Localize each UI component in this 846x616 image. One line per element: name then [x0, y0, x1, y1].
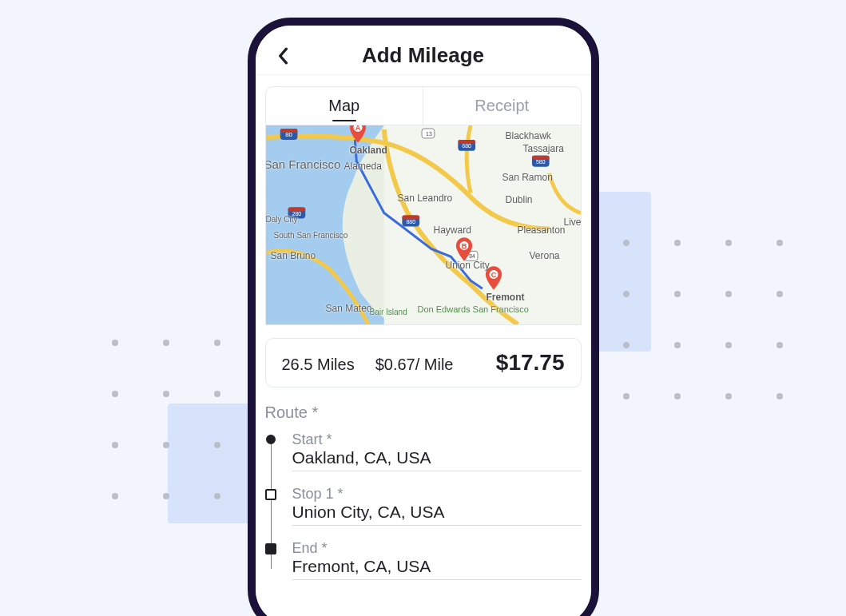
svg-text:C: C: [491, 271, 496, 279]
svg-text:880: 880: [406, 218, 415, 224]
mileage-summary-card: 26.5 Miles $0.67/ Mile $17.75: [265, 338, 582, 387]
svg-text:B: B: [461, 242, 467, 250]
route-stop1-label: Stop 1 *: [292, 486, 582, 503]
map-label-unioncity: Union City: [446, 260, 490, 271]
screen: Add Mileage Map Receipt: [256, 26, 591, 616]
map-label-bair: Bair Island: [370, 308, 407, 316]
back-button[interactable]: [272, 45, 294, 67]
map-label-livermore: Livermore: [564, 217, 582, 228]
route-section-label: Route *: [265, 403, 582, 422]
map-label-pleasanton: Pleasanton: [518, 225, 566, 236]
map-label-sanbruno: San Bruno: [271, 250, 316, 261]
summary-rate: $0.67/ Mile: [375, 356, 454, 374]
svg-text:580: 580: [536, 159, 546, 165]
route-start-input[interactable]: Oakland, CA, USA: [292, 448, 582, 471]
view-tabs: Map Receipt: [265, 86, 582, 125]
map-label-oakland: Oakland: [350, 145, 387, 156]
map-label-fremont: Fremont: [487, 292, 525, 303]
map-label-donedwards: Don Edwards San Francisco: [418, 304, 514, 314]
route-stop1-input[interactable]: Union City, CA, USA: [292, 503, 582, 526]
chevron-left-icon: [277, 47, 288, 65]
svg-text:A: A: [355, 125, 360, 132]
page-title: Add Mileage: [362, 43, 484, 68]
map-pin-c[interactable]: C: [485, 266, 502, 290]
header: Add Mileage: [256, 37, 591, 75]
route-start-label: Start *: [292, 431, 582, 448]
route-end-input[interactable]: Fremont, CA, USA: [292, 557, 582, 580]
route-marker-end-icon: [265, 543, 276, 554]
map-label-dublin: Dublin: [506, 194, 533, 205]
route-end: End * Fremont, CA, USA: [292, 540, 582, 580]
route-start: Start * Oakland, CA, USA: [292, 431, 582, 471]
map-pin-a[interactable]: A: [349, 125, 367, 143]
route-list: Start * Oakland, CA, USA Stop 1 * Union …: [265, 431, 582, 594]
map-view[interactable]: 80 680 580 880 84 13 280 San Francisco O…: [265, 125, 582, 325]
tab-receipt[interactable]: Receipt: [423, 87, 581, 125]
route-stop-1: Stop 1 * Union City, CA, USA: [292, 486, 582, 526]
map-pin-b[interactable]: B: [455, 237, 473, 261]
map-label-sanramon: San Ramon: [502, 172, 553, 183]
svg-text:680: 680: [462, 143, 471, 149]
route-end-label: End *: [292, 540, 582, 557]
svg-text:13: 13: [426, 131, 432, 137]
summary-distance: 26.5 Miles: [282, 356, 355, 374]
map-label-blackhawk: Blackhawk: [506, 130, 551, 141]
map-label-verona: Verona: [530, 250, 560, 261]
summary-total: $17.75: [496, 350, 565, 376]
map-label-hayward: Hayward: [434, 225, 471, 236]
route-marker-stop-icon: [265, 489, 276, 500]
phone-frame: Add Mileage Map Receipt: [248, 18, 599, 616]
map-label-sanmateo: San Mateo: [326, 303, 372, 314]
map-label-alameda: Alameda: [344, 161, 382, 172]
svg-text:80: 80: [285, 131, 292, 138]
map-label-tassajara: Tassajara: [523, 143, 564, 154]
route-marker-start-icon: [266, 435, 276, 444]
tab-map[interactable]: Map: [266, 87, 423, 125]
map-label-sanleandro: San Leandro: [398, 193, 453, 204]
map-label-dalycity: Daly City: [266, 215, 298, 224]
map-label-sf: San Francisco: [265, 157, 341, 171]
map-label-ssf: South San Francisco: [274, 231, 348, 240]
